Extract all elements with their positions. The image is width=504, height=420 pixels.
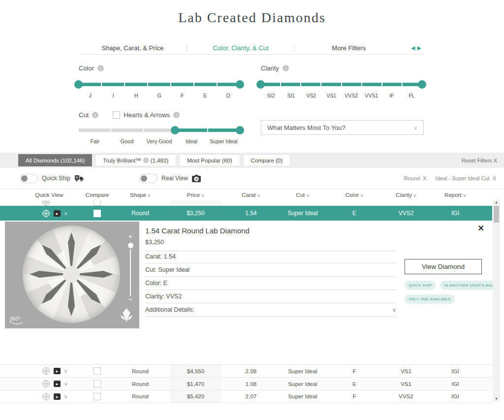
rotate-360-icon[interactable]: 360° xyxy=(9,316,24,324)
filter-chip-cut[interactable]: Ideal - Super Ideal Cut X xyxy=(436,175,496,181)
cell-carat: 2.08 xyxy=(221,368,281,374)
diamond-row[interactable]: ▶ ∨ Round $4,550 2.08 Super Ideal F VS1 … xyxy=(0,364,492,377)
zoom-in-icon[interactable]: + xyxy=(126,232,134,240)
tick-label: FL xyxy=(402,93,422,98)
reset-filters-button[interactable]: Reset Filters X xyxy=(462,158,497,163)
slider-segment xyxy=(111,129,143,132)
sort-chevron-icon: ∨ xyxy=(306,193,309,198)
tick-label: SI2 xyxy=(261,93,281,98)
color-slider-handle-max[interactable] xyxy=(236,80,244,89)
cut-slider-handle-min[interactable] xyxy=(171,126,179,134)
header-price[interactable]: Price∨ xyxy=(170,192,221,198)
active-filter-chips: Round X Ideal - Super Ideal Cut X xyxy=(404,175,496,181)
diamond-icon[interactable] xyxy=(42,209,50,218)
spec-cut: Cut: Super Ideal xyxy=(145,263,396,277)
info-icon[interactable]: i xyxy=(143,158,149,163)
what-matters-dropdown[interactable]: What Matters Most To You? ∨ xyxy=(261,120,424,135)
scrollbar-thumb[interactable] xyxy=(494,206,499,223)
in-another-bag-badge: IN ANOTHER USER'S BAG xyxy=(440,281,498,290)
close-icon[interactable]: ✕ xyxy=(478,224,484,233)
video-play-icon[interactable]: ▶ xyxy=(54,210,61,217)
header-color[interactable]: Color∨ xyxy=(325,192,384,198)
truly-brilliant-tab[interactable]: Truly Brilliant™ i (1,482) xyxy=(95,154,176,166)
chip-remove-icon[interactable]: X xyxy=(493,175,496,181)
diamond-row[interactable]: ▶ ∨ Round $1,470 1.08 Super Ideal E VS1 … xyxy=(0,377,492,390)
compare-checkbox[interactable] xyxy=(94,393,101,400)
most-popular-tab[interactable]: Most Popular (60) xyxy=(179,154,240,166)
tick-label: H xyxy=(125,93,148,98)
additional-details-row[interactable]: Additional Details: ∨ xyxy=(145,303,396,317)
expand-chevron-icon[interactable]: ∨ xyxy=(64,381,67,387)
diamond-icon[interactable] xyxy=(42,392,50,401)
sort-chevron-icon: ∨ xyxy=(148,193,151,198)
chip-remove-icon[interactable]: X xyxy=(423,175,426,181)
filter-chip-round[interactable]: Round X xyxy=(404,175,427,181)
video-play-icon[interactable]: ▶ xyxy=(54,381,61,387)
tick-label: VS2 xyxy=(301,93,321,98)
all-diamonds-tab[interactable]: All Diamonds (102,146) xyxy=(18,154,92,166)
cell-price: $3,250 xyxy=(170,210,221,217)
slider-segment xyxy=(382,83,402,86)
compare-tab[interactable]: Compare (0) xyxy=(243,154,291,166)
list-scrollbar[interactable]: ▲ ▼ xyxy=(493,199,500,402)
zoom-slider-handle[interactable] xyxy=(128,243,133,248)
next-arrow-icon[interactable]: ▶ xyxy=(417,45,423,51)
cell-price: $4,550 xyxy=(170,365,221,377)
scroll-down-icon[interactable]: ▼ xyxy=(493,396,500,402)
info-icon[interactable]: i xyxy=(173,112,180,118)
compare-checkbox[interactable] xyxy=(94,210,101,217)
header-shape[interactable]: Shape∨ xyxy=(111,192,170,198)
selected-diamond-row[interactable]: ▶ ∧ Round $3,250 1.54 Super Ideal E VVS2… xyxy=(0,206,492,221)
cut-filter-group: Cut i Hearts & Arrows i Fair Good Very G… xyxy=(79,111,240,144)
color-slider[interactable] xyxy=(79,83,240,86)
chevron-down-icon[interactable]: ∨ xyxy=(392,303,396,317)
header-carat[interactable]: Carat∨ xyxy=(221,192,281,198)
quick-ship-toggle[interactable] xyxy=(20,174,38,183)
cut-slider-handle-max[interactable] xyxy=(236,126,244,134)
tab-more-filters[interactable]: More Filters xyxy=(295,44,403,52)
tick-label: G xyxy=(148,93,171,98)
diamond-icon[interactable] xyxy=(42,200,50,206)
expand-chevron-icon[interactable]: ∨ xyxy=(64,394,67,399)
zoom-out-icon[interactable]: − xyxy=(126,296,134,302)
info-icon[interactable]: i xyxy=(92,112,98,118)
prev-arrow-icon[interactable]: ◀ xyxy=(411,45,417,51)
tick-label: IF xyxy=(381,93,402,98)
cut-slider[interactable] xyxy=(79,129,240,132)
info-icon[interactable]: i xyxy=(97,65,104,71)
tick-label: D xyxy=(217,93,240,98)
tick-label: E xyxy=(194,93,217,98)
cell-carat: 1.08 xyxy=(221,381,281,387)
collapse-chevron-icon[interactable]: ∧ xyxy=(64,211,67,216)
compare-checkbox[interactable] xyxy=(94,200,101,206)
video-play-icon[interactable]: ▶ xyxy=(54,368,61,374)
view-diamond-button[interactable]: View Diamond xyxy=(405,259,482,274)
video-play-icon[interactable]: ▶ xyxy=(54,393,61,400)
additional-details-label: Additional Details: xyxy=(145,303,194,317)
header-cut[interactable]: Cut∨ xyxy=(281,192,325,198)
diamond-360-viewer[interactable]: + − 360° xyxy=(5,222,139,328)
hearts-arrows-checkbox[interactable] xyxy=(113,111,120,119)
diamond-icon[interactable] xyxy=(42,367,50,375)
clarity-slider-handle-max[interactable] xyxy=(418,80,426,89)
diamond-icon[interactable] xyxy=(42,380,50,388)
diamond-row[interactable]: ▶ ∨ Round $5,420 2.07 Super Ideal F VVS2… xyxy=(0,390,492,403)
clarity-slider-ticks: SI2 SI1 VS2 VS1 VVS2 VVS1 IF FL xyxy=(261,93,422,98)
tab-shape-carat-price[interactable]: Shape, Carat, & Price xyxy=(79,44,187,52)
clarity-slider[interactable] xyxy=(261,83,422,86)
spec-clarity: Clarity: VVS2 xyxy=(145,290,396,303)
expand-chevron-icon[interactable]: ∨ xyxy=(64,368,67,374)
tab-color-clarity-cut[interactable]: Color, Clarity, & Cut xyxy=(187,44,295,52)
header-compare: Compare xyxy=(84,192,111,198)
compare-checkbox[interactable] xyxy=(94,380,101,388)
zoom-slider-track[interactable] xyxy=(130,249,131,296)
real-view-toggle[interactable] xyxy=(139,174,158,183)
color-slider-handle-min[interactable] xyxy=(74,80,83,89)
header-report[interactable]: Report∨ xyxy=(428,192,482,198)
clarity-slider-handle-min[interactable] xyxy=(256,80,265,89)
compare-checkbox[interactable] xyxy=(94,367,101,375)
scroll-up-icon[interactable]: ▲ xyxy=(493,199,500,205)
info-icon[interactable]: i xyxy=(283,65,289,71)
header-clarity[interactable]: Clarity∨ xyxy=(384,192,428,198)
slider-segment xyxy=(148,83,170,86)
